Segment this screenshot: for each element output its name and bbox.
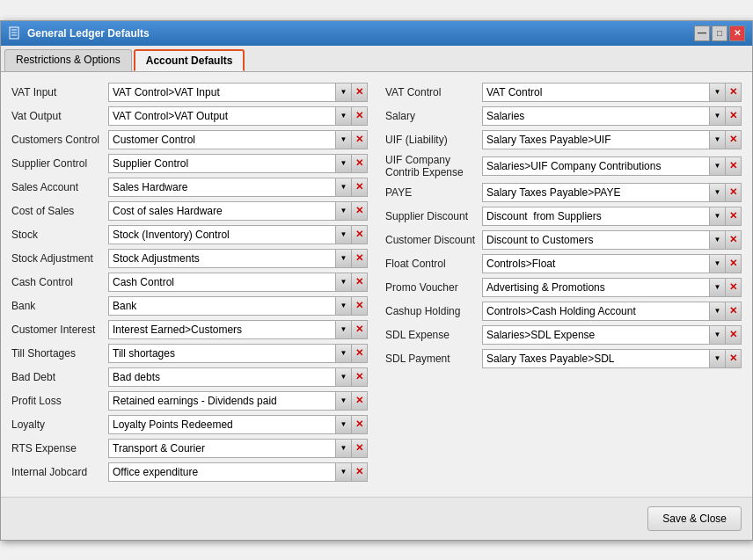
clear-button[interactable]: ✕ bbox=[352, 344, 368, 363]
field-input[interactable] bbox=[108, 367, 336, 387]
field-input[interactable] bbox=[482, 106, 710, 126]
dropdown-button[interactable]: ▼ bbox=[336, 415, 352, 434]
clear-button[interactable]: ✕ bbox=[352, 130, 368, 149]
clear-button[interactable]: ✕ bbox=[352, 462, 368, 482]
dropdown-button[interactable]: ▼ bbox=[710, 302, 726, 321]
clear-button[interactable]: ✕ bbox=[352, 178, 368, 197]
field-input[interactable] bbox=[108, 106, 336, 126]
field-input[interactable] bbox=[482, 325, 710, 345]
field-input[interactable] bbox=[108, 462, 336, 482]
maximize-button[interactable]: □ bbox=[712, 25, 727, 41]
clear-button[interactable]: ✕ bbox=[352, 225, 368, 244]
dropdown-button[interactable]: ▼ bbox=[710, 254, 726, 273]
clear-button[interactable]: ✕ bbox=[726, 302, 742, 321]
clear-button[interactable]: ✕ bbox=[352, 320, 368, 339]
clear-button[interactable]: ✕ bbox=[726, 349, 742, 368]
clear-button[interactable]: ✕ bbox=[352, 415, 368, 434]
dropdown-button[interactable]: ▼ bbox=[336, 296, 352, 316]
dropdown-button[interactable]: ▼ bbox=[710, 83, 726, 102]
dropdown-button[interactable]: ▼ bbox=[710, 207, 726, 226]
field-input[interactable] bbox=[108, 249, 336, 268]
field-input[interactable] bbox=[482, 278, 710, 297]
field-input[interactable] bbox=[482, 156, 710, 176]
field-input[interactable] bbox=[482, 183, 710, 202]
field-input[interactable] bbox=[482, 207, 710, 226]
dropdown-button[interactable]: ▼ bbox=[336, 439, 352, 458]
dropdown-button[interactable]: ▼ bbox=[336, 154, 352, 173]
field-input[interactable] bbox=[108, 296, 336, 316]
dropdown-button[interactable]: ▼ bbox=[336, 367, 352, 387]
clear-button[interactable]: ✕ bbox=[352, 273, 368, 292]
dropdown-button[interactable]: ▼ bbox=[710, 183, 726, 202]
clear-button[interactable]: ✕ bbox=[726, 254, 742, 273]
clear-button[interactable]: ✕ bbox=[352, 367, 368, 387]
field-input[interactable] bbox=[108, 130, 336, 149]
field-input[interactable] bbox=[108, 178, 336, 197]
field-input[interactable] bbox=[108, 344, 336, 363]
field-input[interactable] bbox=[108, 154, 336, 173]
dropdown-button[interactable]: ▼ bbox=[336, 273, 352, 292]
dropdown-button[interactable]: ▼ bbox=[710, 230, 726, 250]
clear-button[interactable]: ✕ bbox=[726, 230, 742, 250]
field-input[interactable] bbox=[108, 273, 336, 292]
minimize-button[interactable]: — bbox=[694, 25, 710, 41]
dropdown-button[interactable]: ▼ bbox=[336, 130, 352, 149]
field-input[interactable] bbox=[108, 225, 336, 244]
dropdown-button[interactable]: ▼ bbox=[336, 83, 352, 102]
dropdown-button[interactable]: ▼ bbox=[710, 130, 726, 149]
clear-button[interactable]: ✕ bbox=[726, 325, 742, 345]
field-input[interactable] bbox=[482, 254, 710, 273]
tab-account-defaults[interactable]: Account Defaults bbox=[134, 49, 245, 71]
field-input[interactable] bbox=[108, 83, 336, 102]
dropdown-button[interactable]: ▼ bbox=[336, 201, 352, 221]
dropdown-button[interactable]: ▼ bbox=[336, 178, 352, 197]
field-input[interactable] bbox=[482, 230, 710, 250]
clear-button[interactable]: ✕ bbox=[726, 83, 742, 102]
clear-button[interactable]: ✕ bbox=[352, 83, 368, 102]
dropdown-button[interactable]: ▼ bbox=[336, 391, 352, 411]
field-input[interactable] bbox=[108, 391, 336, 411]
right-field-row: Promo Voucher▼✕ bbox=[385, 278, 742, 297]
dropdown-button[interactable]: ▼ bbox=[710, 349, 726, 368]
save-close-button[interactable]: Save & Close bbox=[647, 506, 742, 531]
dropdown-button[interactable]: ▼ bbox=[336, 249, 352, 268]
dropdown-button[interactable]: ▼ bbox=[710, 156, 726, 176]
field-input[interactable] bbox=[482, 83, 710, 102]
field-input[interactable] bbox=[482, 130, 710, 149]
field-label: Supplier Discount bbox=[385, 210, 482, 222]
close-button[interactable]: ✕ bbox=[729, 25, 745, 41]
field-input[interactable] bbox=[108, 415, 336, 434]
dropdown-button[interactable]: ▼ bbox=[336, 106, 352, 126]
clear-button[interactable]: ✕ bbox=[352, 391, 368, 411]
clear-button[interactable]: ✕ bbox=[726, 207, 742, 226]
clear-button[interactable]: ✕ bbox=[352, 296, 368, 316]
dropdown-button[interactable]: ▼ bbox=[336, 462, 352, 482]
clear-button[interactable]: ✕ bbox=[726, 106, 742, 126]
field-control: ▼✕ bbox=[482, 278, 742, 297]
right-field-row: UIF (Liability)▼✕ bbox=[385, 130, 742, 149]
field-input[interactable] bbox=[108, 439, 336, 458]
clear-button[interactable]: ✕ bbox=[352, 106, 368, 126]
dropdown-button[interactable]: ▼ bbox=[336, 320, 352, 339]
field-input[interactable] bbox=[108, 320, 336, 339]
field-input[interactable] bbox=[108, 201, 336, 221]
clear-button[interactable]: ✕ bbox=[726, 130, 742, 149]
clear-button[interactable]: ✕ bbox=[726, 278, 742, 297]
field-input[interactable] bbox=[482, 349, 710, 368]
tab-restrictions[interactable]: Restrictions & Options bbox=[4, 49, 132, 71]
clear-button[interactable]: ✕ bbox=[352, 201, 368, 221]
field-input[interactable] bbox=[482, 302, 710, 321]
clear-button[interactable]: ✕ bbox=[352, 154, 368, 173]
main-window: General Ledger Defaults — □ ✕ Restrictio… bbox=[0, 20, 753, 541]
clear-button[interactable]: ✕ bbox=[352, 439, 368, 458]
dropdown-button[interactable]: ▼ bbox=[336, 225, 352, 244]
clear-button[interactable]: ✕ bbox=[352, 249, 368, 268]
dropdown-button[interactable]: ▼ bbox=[710, 325, 726, 345]
dropdown-button[interactable]: ▼ bbox=[710, 106, 726, 126]
clear-button[interactable]: ✕ bbox=[726, 156, 742, 176]
clear-button[interactable]: ✕ bbox=[726, 183, 742, 202]
dropdown-button[interactable]: ▼ bbox=[710, 278, 726, 297]
dropdown-button[interactable]: ▼ bbox=[336, 344, 352, 363]
title-bar-left: General Ledger Defaults bbox=[8, 26, 150, 40]
field-control: ▼✕ bbox=[108, 225, 368, 244]
